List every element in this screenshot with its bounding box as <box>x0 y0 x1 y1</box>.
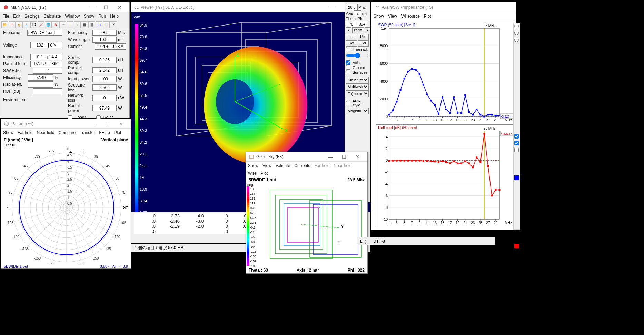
tb-phi-icon[interactable]: φ <box>16 21 23 28</box>
sp-ident[interactable]: Ident <box>346 34 357 40</box>
svg-text:15: 15 <box>440 118 445 122</box>
geo-minimize[interactable]: — <box>323 153 337 161</box>
maximize-button[interactable]: ☐ <box>99 3 113 11</box>
pmenu-compare[interactable]: Compare <box>59 130 76 135</box>
tb-11-icon[interactable]: 1:1 <box>96 21 102 28</box>
gmenu-show[interactable]: Show <box>248 163 258 168</box>
sp-arrl-chk[interactable] <box>346 101 350 105</box>
svg-line-59 <box>67 207 119 222</box>
gmenu-view[interactable]: View <box>262 163 271 168</box>
geometry-canvas[interactable]: Z Y X <box>260 183 367 267</box>
gmenu-nearfield[interactable]: Near-field <box>334 163 351 168</box>
tb-arrowup-icon[interactable]: ↑ <box>74 21 81 28</box>
tb-sigma-icon[interactable]: Σ <box>23 21 30 28</box>
sp-col[interactable]: Col <box>358 40 369 47</box>
tb-open-icon[interactable]: 📂 <box>1 21 8 28</box>
sp-multi-sel[interactable]: Multi-colo <box>346 83 369 90</box>
edge-chk-1[interactable] <box>514 134 519 139</box>
gmenu2-show[interactable]: Show <box>374 14 384 19</box>
gmenu2-vi[interactable]: V/I source <box>401 14 420 19</box>
pattern-range: 3.88 < V/m < 3.9 <box>100 264 128 268</box>
gsub-plot[interactable]: Plot <box>261 171 268 176</box>
menu-file[interactable]: File <box>2 14 9 19</box>
pmenu-transfer[interactable]: Transfer <box>80 130 95 135</box>
gsub-wire[interactable]: Wire <box>248 171 257 176</box>
gain-titlebar[interactable]: /Gain/SWR/Impedance (F5) <box>371 2 516 12</box>
tb-wave-icon[interactable]: 〰 <box>59 21 66 28</box>
geo-close[interactable]: ✕ <box>351 153 365 161</box>
edge-chk-2[interactable] <box>514 141 519 145</box>
gmenu2-view[interactable]: View <box>388 14 397 19</box>
sp-res[interactable]: Res <box>358 34 369 40</box>
tb-grid2-icon[interactable]: ▤ <box>88 21 95 28</box>
tb-3d-icon[interactable]: 3D <box>30 21 37 28</box>
gmenu-farfield[interactable]: Far-field <box>314 163 329 168</box>
menu-window[interactable]: Window <box>65 14 80 19</box>
menu-show[interactable]: Show <box>84 14 94 19</box>
sp-freq[interactable] <box>346 4 358 10</box>
menu-calculate[interactable]: Calculate <box>43 14 61 19</box>
v3d-minimize[interactable]: — <box>326 3 340 11</box>
edge-radio-1[interactable] <box>514 24 519 28</box>
pmenu-nearfield[interactable]: Near field <box>37 130 54 135</box>
tb-grid-icon[interactable]: ▦ <box>81 21 88 28</box>
polar-chart: 0.511.522.533.544.5-180-165-150-135-120-… <box>1 147 131 264</box>
sp-efield-sel[interactable]: E (theta) <box>346 90 369 97</box>
pmenu-show[interactable]: Show <box>3 130 13 135</box>
tb-arrow-icon[interactable]: ↓ <box>67 21 73 28</box>
sp-phi[interactable] <box>357 21 367 27</box>
swr-chart[interactable]: 020004000600080001.e41357911131517192123… <box>376 22 515 124</box>
sp-zoom[interactable]: zoom <box>352 27 364 33</box>
edge-radio-3[interactable] <box>514 38 519 42</box>
pattern-minimize[interactable]: — <box>87 120 100 128</box>
main-titlebar[interactable]: Main [V5.8.16] (F2) — ☐ ✕ <box>0 2 129 12</box>
tb-help-icon[interactable]: ? <box>110 21 117 28</box>
minimize-button[interactable]: — <box>85 3 99 11</box>
gmenu-currents[interactable]: Currents <box>294 163 310 168</box>
viewer3d-titlebar[interactable]: 3D Viewer (F9) [ 5BWIDE-1.out ] — ☐ ✕ <box>131 2 370 12</box>
sp-slider[interactable] <box>346 53 369 58</box>
tb-ant-icon[interactable]: Ψ <box>9 21 16 28</box>
close-button[interactable]: ✕ <box>113 3 127 11</box>
sp-ground-chk[interactable] <box>346 65 350 70</box>
sp-axis-chk[interactable] <box>346 60 350 65</box>
svg-text:MHz: MHz <box>505 221 512 225</box>
sp-magnitude-sel[interactable]: Magnitu <box>346 108 369 114</box>
tb-globe-icon[interactable]: 🌐 <box>45 21 52 28</box>
pmenu-plot[interactable]: Plot <box>114 130 121 135</box>
svg-rect-248 <box>438 161 439 163</box>
sp-theta[interactable] <box>346 21 356 27</box>
sp-rotc[interactable]: Rot c <box>346 40 357 47</box>
menu-help[interactable]: Help <box>110 14 119 19</box>
sp-truerad-chk[interactable] <box>346 47 350 51</box>
svg-line-31 <box>14 207 67 222</box>
svg-rect-168 <box>453 96 455 98</box>
svg-line-23 <box>52 207 67 260</box>
gmenu-validate[interactable]: Validate <box>276 163 290 168</box>
pattern-maximize[interactable]: ☐ <box>100 120 114 128</box>
refl-chart[interactable]: -10-8-6-4-20241357911131517192123252729M… <box>376 124 515 227</box>
geo-maximize[interactable]: ☐ <box>337 153 351 161</box>
tb-book-icon[interactable]: 📖 <box>103 21 110 28</box>
pmenu-fftab[interactable]: FFtab <box>99 130 110 135</box>
tb-chart-icon[interactable]: 📈 <box>38 21 44 28</box>
filename-input[interactable] <box>27 30 62 36</box>
menu-edit[interactable]: Edit <box>13 14 20 19</box>
sp-zoom-right[interactable]: > <box>365 27 370 33</box>
gmenu2-plot[interactable]: Plot <box>424 14 431 19</box>
sp-axis[interactable] <box>354 10 361 16</box>
pmenu-farfield[interactable]: Far field <box>18 130 32 135</box>
edge-chk-3[interactable] <box>514 148 519 152</box>
sp-zoom-left[interactable]: < <box>346 27 351 33</box>
menu-settings[interactable]: Settings <box>24 14 39 19</box>
menu-run[interactable]: Run <box>98 14 106 19</box>
sp-surf-chk[interactable] <box>346 70 350 74</box>
svg-rect-152 <box>392 110 394 111</box>
geometry-titlebar[interactable]: Geometry (F3) — ☐ ✕ <box>246 152 367 162</box>
geometry-icon <box>249 154 254 160</box>
pattern-close[interactable]: ✕ <box>114 120 128 128</box>
edge-radio-2[interactable] <box>514 31 519 35</box>
sp-structure-sel[interactable]: Structure <box>346 77 369 83</box>
pattern-titlebar[interactable]: Pattern (F4) — ☐ ✕ <box>1 119 131 129</box>
tb-sweep-icon[interactable]: ⊕ <box>52 21 59 28</box>
